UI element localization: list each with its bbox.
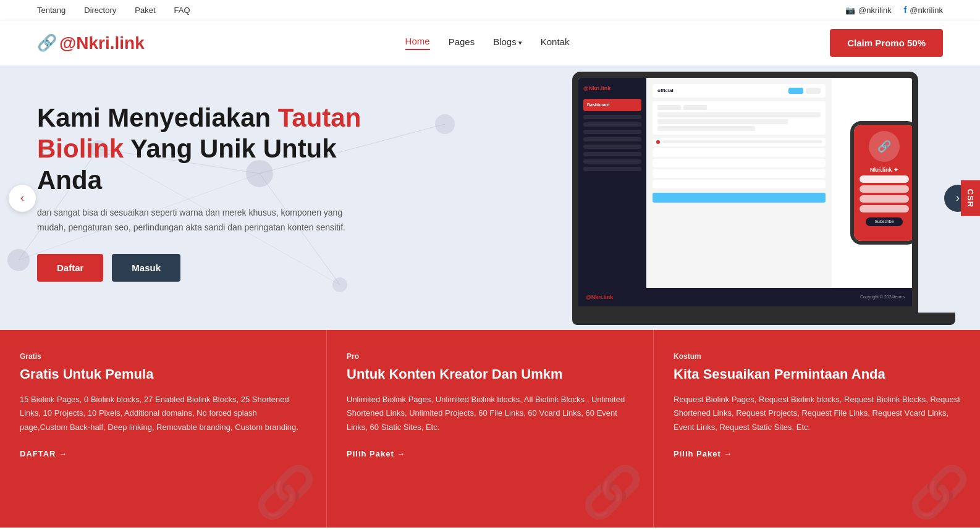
instagram-link[interactable]: 📷 @nkrilink (845, 6, 892, 15)
topbar-paket[interactable]: Paket (135, 6, 155, 15)
hero-section: Kami Menyediakan Tautan Biolink Yang Uni… (0, 65, 980, 331)
card-kostum-watermark: 🔗 (908, 463, 970, 521)
nav-kontak[interactable]: Kontak (541, 36, 570, 49)
card-gratis-watermark: 🔗 (255, 463, 316, 521)
claim-promo-button[interactable]: Claim Promo 50% (830, 29, 943, 57)
card-kostum-badge: Kostum (674, 352, 960, 361)
card-kostum-cta[interactable]: Pilih Paket → (674, 449, 960, 458)
daftar-button[interactable]: Daftar (37, 254, 103, 282)
card-pro-watermark: 🔗 (581, 463, 643, 521)
top-bar-social: 📷 @nkrilink f @nkrilink (845, 5, 943, 15)
card-kostum: Kostum Kita Sesuaikan Permintaan Anda Re… (653, 330, 980, 528)
logo[interactable]: 🔗 @Nkri.link (37, 33, 145, 53)
nav-blogs[interactable]: Blogs (493, 36, 522, 49)
card-gratis-cta[interactable]: DAFTAR → (20, 449, 306, 458)
cards-section: Gratis Gratis Untuk Pemula 15 Biolink Pa… (0, 330, 980, 528)
card-gratis: Gratis Gratis Untuk Pemula 15 Biolink Pa… (0, 330, 326, 528)
top-bar-links: Tentang Directory Paket FAQ (37, 6, 190, 15)
card-gratis-desc: 15 Biolink Pages, 0 Biolink blocks, 27 E… (20, 393, 306, 434)
csr-tab[interactable]: CSR (961, 180, 980, 216)
card-pro-desc: Unlimited Biolink Pages, Unlimited Bioli… (347, 393, 633, 434)
card-pro-cta[interactable]: Pilih Paket → (347, 449, 633, 458)
topbar-faq[interactable]: FAQ (174, 6, 190, 15)
slider-prev-button[interactable]: ‹ (9, 185, 36, 212)
hero-subtitle: dan sangat bisa di sesuaikan seperti war… (37, 206, 358, 235)
topbar-directory[interactable]: Directory (84, 6, 116, 15)
hero-content: Kami Menyediakan Tautan Biolink Yang Uni… (37, 103, 395, 282)
card-pro-title: Untuk Konten Kreator Dan Umkm (347, 366, 633, 384)
nav-home[interactable]: Home (405, 36, 430, 50)
masuk-button[interactable]: Masuk (112, 254, 180, 282)
nav-pages[interactable]: Pages (449, 36, 475, 49)
topbar-tentang[interactable]: Tentang (37, 6, 65, 15)
instagram-icon: 📷 (845, 6, 855, 15)
facebook-link[interactable]: f @nkrilink (904, 5, 943, 15)
card-kostum-title: Kita Sesuaikan Permintaan Anda (674, 366, 960, 384)
hero-title: Kami Menyediakan Tautan Biolink Yang Uni… (37, 103, 395, 196)
top-bar: Tentang Directory Paket FAQ 📷 @nkrilink … (0, 0, 980, 20)
card-pro: Pro Untuk Konten Kreator Dan Umkm Unlimi… (326, 330, 653, 528)
facebook-icon: f (904, 5, 907, 15)
navbar: 🔗 @Nkri.link Home Pages Blogs Kontak Cla… (0, 20, 980, 65)
hero-laptop-mockup: @Nkri.link Dashboard official (572, 72, 955, 325)
nav-links: Home Pages Blogs Kontak (405, 36, 570, 50)
card-gratis-badge: Gratis (20, 352, 306, 361)
card-kostum-desc: Request Biolink Pages, Request Biolink b… (674, 393, 960, 434)
card-gratis-title: Gratis Untuk Pemula (20, 366, 306, 384)
card-pro-badge: Pro (347, 352, 633, 361)
logo-icon: 🔗 (37, 33, 57, 53)
hero-buttons: Daftar Masuk (37, 254, 395, 282)
